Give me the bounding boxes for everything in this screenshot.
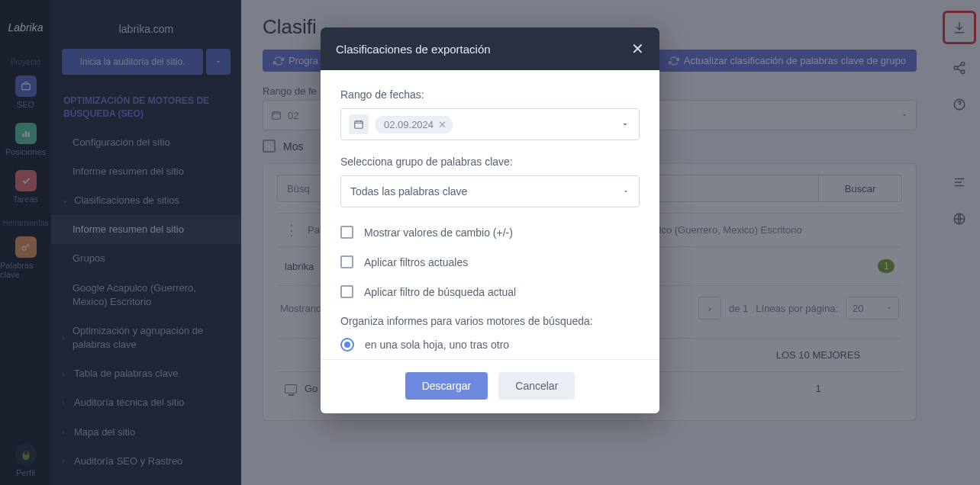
single-sheet-radio[interactable] xyxy=(340,338,354,352)
modal-kw-group-select[interactable]: Todas las palabras clave xyxy=(340,175,640,207)
apply-filters-checkbox[interactable] xyxy=(340,255,353,268)
close-icon[interactable]: ✕ xyxy=(631,40,644,58)
calendar-icon xyxy=(349,114,369,134)
show-change-label: Mostrar valores de cambio (+/-) xyxy=(364,226,513,239)
modal-range-label: Rango de fechas: xyxy=(340,88,640,101)
modal-title: Clasificaciones de exportación xyxy=(336,43,491,56)
organize-label: Organiza informes para varios motores de… xyxy=(340,315,640,327)
export-modal: Clasificaciones de exportación ✕ Rango d… xyxy=(321,27,659,413)
chevron-down-icon[interactable] xyxy=(616,120,634,129)
apply-search-filter-label: Aplicar filtro de búsqueda actual xyxy=(364,286,516,298)
download-button-modal[interactable]: Descargar xyxy=(405,372,488,400)
date-chip: 02.09.2024 ✕ xyxy=(375,116,453,133)
apply-filters-label: Aplicar filtros actuales xyxy=(364,256,468,268)
cancel-button[interactable]: Cancelar xyxy=(498,372,575,400)
remove-date-icon[interactable]: ✕ xyxy=(438,119,446,130)
show-change-checkbox[interactable] xyxy=(340,226,353,239)
apply-search-filter-checkbox[interactable] xyxy=(340,285,353,298)
modal-date-field[interactable]: 02.09.2024 ✕ xyxy=(340,108,640,140)
svg-rect-13 xyxy=(355,121,363,128)
single-sheet-label: en una sola hoja, uno tras otro xyxy=(365,339,509,351)
modal-kw-group-label: Selecciona grupo de palabras clave: xyxy=(340,156,640,168)
